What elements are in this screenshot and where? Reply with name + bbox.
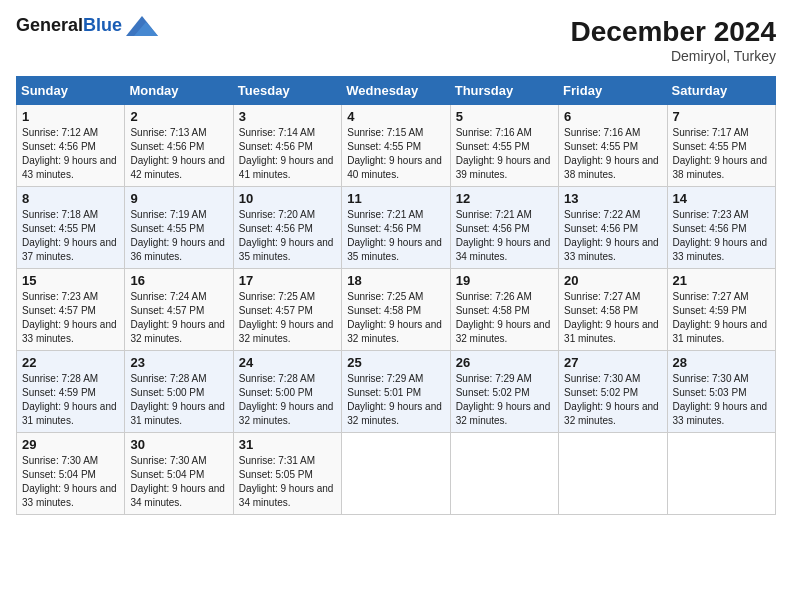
- logo-general: General: [16, 15, 83, 35]
- sunset-text: Sunset: 4:57 PM: [239, 305, 313, 316]
- calendar-cell: 30Sunrise: 7:30 AMSunset: 5:04 PMDayligh…: [125, 433, 233, 515]
- sunset-text: Sunset: 4:56 PM: [347, 223, 421, 234]
- sunset-text: Sunset: 5:02 PM: [456, 387, 530, 398]
- calendar-week-3: 15Sunrise: 7:23 AMSunset: 4:57 PMDayligh…: [17, 269, 776, 351]
- sunset-text: Sunset: 5:05 PM: [239, 469, 313, 480]
- sunrise-text: Sunrise: 7:30 AM: [130, 455, 206, 466]
- daylight-text: Daylight: 9 hours and 32 minutes.: [456, 401, 551, 426]
- daylight-text: Daylight: 9 hours and 38 minutes.: [673, 155, 768, 180]
- day-number: 8: [22, 191, 119, 206]
- month-title: December 2024: [571, 16, 776, 48]
- sunset-text: Sunset: 4:59 PM: [673, 305, 747, 316]
- day-info: Sunrise: 7:31 AMSunset: 5:05 PMDaylight:…: [239, 454, 336, 510]
- daylight-text: Daylight: 9 hours and 38 minutes.: [564, 155, 659, 180]
- daylight-text: Daylight: 9 hours and 34 minutes.: [239, 483, 334, 508]
- day-number: 25: [347, 355, 444, 370]
- calendar-table: Sunday Monday Tuesday Wednesday Thursday…: [16, 76, 776, 515]
- daylight-text: Daylight: 9 hours and 31 minutes.: [130, 401, 225, 426]
- day-number: 21: [673, 273, 770, 288]
- day-number: 10: [239, 191, 336, 206]
- day-number: 16: [130, 273, 227, 288]
- sunrise-text: Sunrise: 7:28 AM: [130, 373, 206, 384]
- day-info: Sunrise: 7:14 AMSunset: 4:56 PMDaylight:…: [239, 126, 336, 182]
- daylight-text: Daylight: 9 hours and 32 minutes.: [347, 319, 442, 344]
- sunrise-text: Sunrise: 7:27 AM: [564, 291, 640, 302]
- sunset-text: Sunset: 4:56 PM: [564, 223, 638, 234]
- calendar-cell: 5Sunrise: 7:16 AMSunset: 4:55 PMDaylight…: [450, 105, 558, 187]
- day-info: Sunrise: 7:28 AMSunset: 5:00 PMDaylight:…: [239, 372, 336, 428]
- day-number: 17: [239, 273, 336, 288]
- sunset-text: Sunset: 4:55 PM: [22, 223, 96, 234]
- sunrise-text: Sunrise: 7:22 AM: [564, 209, 640, 220]
- day-number: 4: [347, 109, 444, 124]
- daylight-text: Daylight: 9 hours and 32 minutes.: [239, 401, 334, 426]
- sunrise-text: Sunrise: 7:24 AM: [130, 291, 206, 302]
- sunset-text: Sunset: 4:56 PM: [239, 141, 313, 152]
- sunset-text: Sunset: 5:00 PM: [130, 387, 204, 398]
- sunrise-text: Sunrise: 7:12 AM: [22, 127, 98, 138]
- sunset-text: Sunset: 4:56 PM: [456, 223, 530, 234]
- calendar-cell: 12Sunrise: 7:21 AMSunset: 4:56 PMDayligh…: [450, 187, 558, 269]
- day-info: Sunrise: 7:16 AMSunset: 4:55 PMDaylight:…: [564, 126, 661, 182]
- col-wednesday: Wednesday: [342, 77, 450, 105]
- calendar-cell: 6Sunrise: 7:16 AMSunset: 4:55 PMDaylight…: [559, 105, 667, 187]
- calendar-body: 1Sunrise: 7:12 AMSunset: 4:56 PMDaylight…: [17, 105, 776, 515]
- sunrise-text: Sunrise: 7:30 AM: [673, 373, 749, 384]
- day-info: Sunrise: 7:18 AMSunset: 4:55 PMDaylight:…: [22, 208, 119, 264]
- location: Demiryol, Turkey: [571, 48, 776, 64]
- day-number: 15: [22, 273, 119, 288]
- day-number: 20: [564, 273, 661, 288]
- day-number: 29: [22, 437, 119, 452]
- daylight-text: Daylight: 9 hours and 31 minutes.: [22, 401, 117, 426]
- sunset-text: Sunset: 4:56 PM: [673, 223, 747, 234]
- daylight-text: Daylight: 9 hours and 32 minutes.: [239, 319, 334, 344]
- day-number: 5: [456, 109, 553, 124]
- sunrise-text: Sunrise: 7:27 AM: [673, 291, 749, 302]
- sunset-text: Sunset: 4:56 PM: [239, 223, 313, 234]
- daylight-text: Daylight: 9 hours and 35 minutes.: [347, 237, 442, 262]
- day-info: Sunrise: 7:26 AMSunset: 4:58 PMDaylight:…: [456, 290, 553, 346]
- daylight-text: Daylight: 9 hours and 31 minutes.: [673, 319, 768, 344]
- day-info: Sunrise: 7:30 AMSunset: 5:04 PMDaylight:…: [22, 454, 119, 510]
- calendar-cell: 21Sunrise: 7:27 AMSunset: 4:59 PMDayligh…: [667, 269, 775, 351]
- day-number: 19: [456, 273, 553, 288]
- day-number: 27: [564, 355, 661, 370]
- day-info: Sunrise: 7:29 AMSunset: 5:01 PMDaylight:…: [347, 372, 444, 428]
- day-info: Sunrise: 7:28 AMSunset: 4:59 PMDaylight:…: [22, 372, 119, 428]
- calendar-cell: 23Sunrise: 7:28 AMSunset: 5:00 PMDayligh…: [125, 351, 233, 433]
- sunrise-text: Sunrise: 7:14 AM: [239, 127, 315, 138]
- daylight-text: Daylight: 9 hours and 33 minutes.: [564, 237, 659, 262]
- sunrise-text: Sunrise: 7:30 AM: [22, 455, 98, 466]
- day-info: Sunrise: 7:25 AMSunset: 4:57 PMDaylight:…: [239, 290, 336, 346]
- day-info: Sunrise: 7:13 AMSunset: 4:56 PMDaylight:…: [130, 126, 227, 182]
- calendar-cell: 31Sunrise: 7:31 AMSunset: 5:05 PMDayligh…: [233, 433, 341, 515]
- calendar-cell: 13Sunrise: 7:22 AMSunset: 4:56 PMDayligh…: [559, 187, 667, 269]
- calendar-cell: 19Sunrise: 7:26 AMSunset: 4:58 PMDayligh…: [450, 269, 558, 351]
- daylight-text: Daylight: 9 hours and 31 minutes.: [564, 319, 659, 344]
- sunset-text: Sunset: 5:01 PM: [347, 387, 421, 398]
- day-info: Sunrise: 7:29 AMSunset: 5:02 PMDaylight:…: [456, 372, 553, 428]
- sunrise-text: Sunrise: 7:23 AM: [673, 209, 749, 220]
- sunrise-text: Sunrise: 7:20 AM: [239, 209, 315, 220]
- calendar-week-5: 29Sunrise: 7:30 AMSunset: 5:04 PMDayligh…: [17, 433, 776, 515]
- daylight-text: Daylight: 9 hours and 33 minutes.: [673, 401, 768, 426]
- calendar-cell: 29Sunrise: 7:30 AMSunset: 5:04 PMDayligh…: [17, 433, 125, 515]
- sunset-text: Sunset: 4:58 PM: [456, 305, 530, 316]
- sunrise-text: Sunrise: 7:16 AM: [456, 127, 532, 138]
- daylight-text: Daylight: 9 hours and 34 minutes.: [456, 237, 551, 262]
- page-header: GeneralBlue December 2024 Demiryol, Turk…: [16, 16, 776, 64]
- day-info: Sunrise: 7:24 AMSunset: 4:57 PMDaylight:…: [130, 290, 227, 346]
- daylight-text: Daylight: 9 hours and 41 minutes.: [239, 155, 334, 180]
- calendar-cell: 8Sunrise: 7:18 AMSunset: 4:55 PMDaylight…: [17, 187, 125, 269]
- sunset-text: Sunset: 4:56 PM: [22, 141, 96, 152]
- day-info: Sunrise: 7:12 AMSunset: 4:56 PMDaylight:…: [22, 126, 119, 182]
- sunset-text: Sunset: 4:55 PM: [130, 223, 204, 234]
- calendar-cell: [450, 433, 558, 515]
- day-number: 13: [564, 191, 661, 206]
- day-info: Sunrise: 7:23 AMSunset: 4:56 PMDaylight:…: [673, 208, 770, 264]
- day-info: Sunrise: 7:19 AMSunset: 4:55 PMDaylight:…: [130, 208, 227, 264]
- calendar-cell: 16Sunrise: 7:24 AMSunset: 4:57 PMDayligh…: [125, 269, 233, 351]
- sunrise-text: Sunrise: 7:28 AM: [239, 373, 315, 384]
- col-thursday: Thursday: [450, 77, 558, 105]
- sunrise-text: Sunrise: 7:17 AM: [673, 127, 749, 138]
